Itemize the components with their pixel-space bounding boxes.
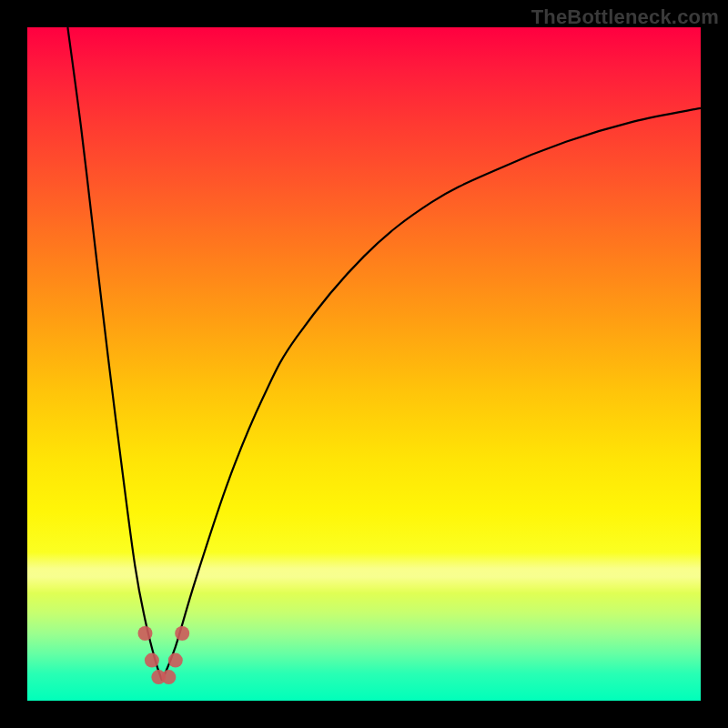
left-branch-line [67,27,162,681]
valley-marker-point [175,626,189,641]
valley-marker-point [168,653,183,668]
chart-frame: TheBottleneck.com [0,0,728,728]
valley-marker-point [138,626,153,641]
valley-marker-point [161,670,176,684]
valley-marker-point [145,653,159,668]
watermark-text: TheBottleneck.com [531,5,719,29]
valley-markers [138,626,190,684]
plot-area [27,27,701,701]
curve-layer [27,27,701,701]
right-branch-line [162,108,701,681]
